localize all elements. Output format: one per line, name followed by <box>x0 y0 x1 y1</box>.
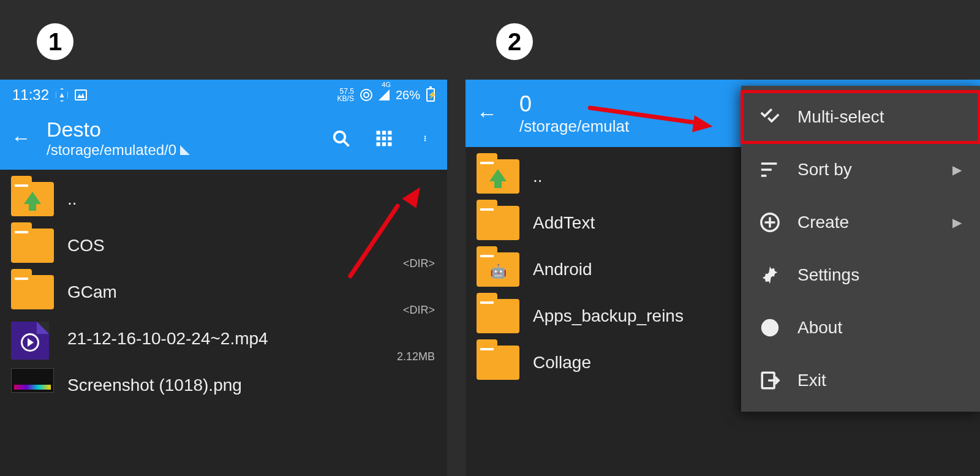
more-vert-icon <box>424 130 430 147</box>
folder-icon <box>477 346 519 380</box>
battery-icon <box>426 88 435 102</box>
app-bar: ← Desto /storage/emulated/0 <box>0 110 447 170</box>
network-type-label: 4G <box>382 81 391 88</box>
chevron-right-icon: ▶ <box>952 215 962 230</box>
folder-icon: 🤖 <box>477 252 519 287</box>
svg-point-0 <box>334 131 345 142</box>
list-item-image[interactable]: Screenshot (1018).png <box>0 362 447 409</box>
create-icon <box>760 212 780 233</box>
status-bar: 11:32 ▲ 57.5 KB/S 4G 26% <box>0 80 447 110</box>
svg-rect-4 <box>388 130 391 134</box>
network-speed: 57.5 KB/S <box>337 88 354 102</box>
list-item-video[interactable]: 21-12-16-10-02-24~2.mp4 2.12MB <box>0 315 447 362</box>
folder-up-icon <box>11 182 54 216</box>
step-badge-1: 1 <box>37 23 74 60</box>
list-item-label: GCam <box>67 282 117 302</box>
screen-2: ← 0 /storage/emulat .. AddText 🤖 Android… <box>466 80 980 476</box>
svg-point-11 <box>424 135 426 137</box>
about-icon: ? <box>760 317 780 338</box>
list-item-label: Screenshot (1018).png <box>67 376 242 395</box>
list-item-label: Android <box>533 260 592 279</box>
appbar-titles: Desto /storage/emulated/0 <box>47 118 190 159</box>
list-item-meta: <DIR> <box>403 304 435 317</box>
menu-item-label: Sort by <box>797 160 852 179</box>
search-button[interactable] <box>332 129 350 148</box>
back-button[interactable]: ← <box>11 127 31 149</box>
overflow-menu-button[interactable] <box>418 129 436 148</box>
chevron-right-icon: ▶ <box>952 162 962 177</box>
menu-item-sortby[interactable]: Sort by ▶ <box>741 143 980 196</box>
settings-icon <box>760 265 780 285</box>
list-item-meta: 2.12MB <box>397 350 435 363</box>
svg-line-1 <box>344 140 349 146</box>
app-path[interactable]: /storage/emulated/0 <box>47 142 190 159</box>
image-thumbnail <box>11 368 54 402</box>
list-item-label: .. <box>533 167 543 186</box>
list-item-folder[interactable]: COS <DIR> <box>0 222 447 269</box>
app-path[interactable]: /storage/emulat <box>519 117 629 136</box>
hotspot-icon <box>360 89 372 101</box>
status-left: 11:32 ▲ <box>12 86 87 104</box>
menu-item-settings[interactable]: Settings <box>741 249 980 301</box>
signal-icon: 4G <box>379 89 390 100</box>
list-item-label: .. <box>67 189 77 209</box>
svg-rect-6 <box>382 136 386 140</box>
battery-percent: 26% <box>396 88 420 102</box>
file-list[interactable]: .. COS <DIR> GCam <DIR> 21-12-16-10-02-2… <box>0 170 447 415</box>
menu-item-exit[interactable]: Exit <box>741 354 980 407</box>
status-time: 11:32 <box>12 86 49 104</box>
path-dropdown-icon <box>180 145 190 155</box>
menu-item-multiselect[interactable]: Multi-select <box>741 91 980 143</box>
svg-rect-2 <box>377 130 380 134</box>
menu-item-label: Exit <box>797 371 826 390</box>
appbar-actions <box>332 129 436 148</box>
view-grid-button[interactable] <box>375 129 393 148</box>
list-item-label: AddText <box>533 213 595 233</box>
svg-point-12 <box>424 137 426 139</box>
grid-icon <box>375 129 393 148</box>
svg-rect-10 <box>388 142 391 146</box>
folder-icon <box>477 299 519 333</box>
list-item-label: 21-12-16-10-02-24~2.mp4 <box>67 329 268 349</box>
overflow-popup-menu: Multi-select Sort by ▶ Create ▶ Settings… <box>741 86 980 412</box>
svg-rect-7 <box>388 136 391 140</box>
android-icon: 🤖 <box>490 263 507 279</box>
svg-rect-3 <box>382 130 386 134</box>
svg-rect-9 <box>382 142 386 146</box>
video-file-icon <box>11 322 54 356</box>
list-item-label: COS <box>67 236 105 255</box>
screen-1: 11:32 ▲ 57.5 KB/S 4G 26% ← Desto /storag… <box>0 80 447 476</box>
back-button[interactable]: ← <box>477 102 497 126</box>
folder-icon <box>477 206 519 240</box>
svg-point-13 <box>424 140 426 142</box>
sort-icon <box>760 159 780 180</box>
selection-count: 0 <box>519 91 629 117</box>
svg-text:?: ? <box>766 320 774 336</box>
appbar-titles: 0 /storage/emulat <box>519 91 629 136</box>
menu-item-label: About <box>797 318 842 338</box>
menu-item-create[interactable]: Create ▶ <box>741 196 980 249</box>
multiselect-icon <box>760 107 780 127</box>
status-right: 57.5 KB/S 4G 26% <box>337 88 435 102</box>
search-icon <box>332 129 350 148</box>
app-title: Desto <box>47 118 190 142</box>
list-item-folder[interactable]: GCam <DIR> <box>0 269 447 315</box>
svg-rect-8 <box>377 142 380 146</box>
list-item-up[interactable]: .. <box>0 176 447 222</box>
step-badge-1-label: 1 <box>48 28 62 56</box>
list-item-label: Apps_backup_reins <box>533 306 684 326</box>
menu-item-about[interactable]: ? About <box>741 301 980 354</box>
folder-icon <box>11 275 54 309</box>
hex-notif-icon: ▲ <box>55 88 69 102</box>
list-item-label: Collage <box>533 353 591 372</box>
menu-item-label: Settings <box>797 265 859 285</box>
folder-icon <box>11 229 54 263</box>
exit-icon <box>760 370 780 391</box>
step-badge-2-label: 2 <box>508 28 521 56</box>
step-badge-2: 2 <box>496 23 533 60</box>
menu-item-label: Create <box>797 213 849 232</box>
gallery-status-icon <box>75 89 87 100</box>
menu-item-label: Multi-select <box>797 107 884 127</box>
svg-rect-5 <box>377 136 380 140</box>
folder-up-icon <box>477 159 519 194</box>
